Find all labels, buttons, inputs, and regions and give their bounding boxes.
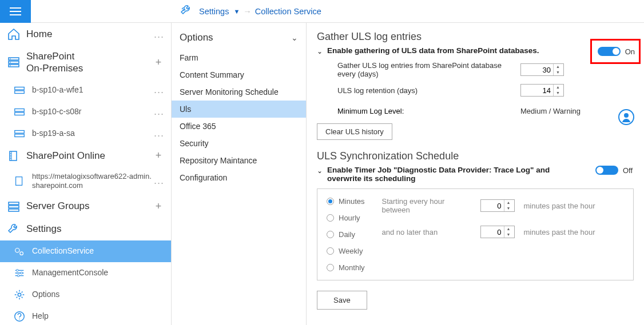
- server-groups-icon: [6, 199, 22, 213]
- hamburger-menu[interactable]: [0, 0, 31, 23]
- svg-point-17: [15, 248, 19, 252]
- svg-rect-6: [15, 87, 25, 90]
- svg-rect-10: [15, 130, 25, 133]
- sched-start-spinner[interactable]: ▲▼: [480, 199, 515, 212]
- sidebar-server-2[interactable]: b-sp10-c-s08r ...: [0, 101, 171, 123]
- clear-uls-button[interactable]: Clear ULS history: [317, 123, 392, 140]
- option-repository[interactable]: Repository Maintance: [172, 152, 306, 169]
- server-icon: [11, 106, 27, 118]
- chevron-down-icon[interactable]: ⌄: [291, 33, 298, 42]
- gears-icon: [11, 245, 27, 258]
- breadcrumb-current: Collection Service: [255, 7, 321, 16]
- sched-start-input[interactable]: [481, 202, 504, 210]
- bell-person-icon[interactable]: [618, 109, 635, 128]
- sidebar-item-settings[interactable]: Settings: [0, 218, 171, 240]
- caret-down-icon[interactable]: ▼: [233, 8, 240, 15]
- schedule-box: Minutes Hourly Daily Weekly Monthly Star…: [317, 188, 634, 280]
- options-header: Options: [180, 32, 213, 43]
- svg-point-5: [10, 65, 11, 66]
- chevron-down-icon[interactable]: ⌄: [317, 47, 323, 55]
- spin-up-icon[interactable]: ▲: [554, 85, 562, 90]
- svg-point-3: [10, 58, 11, 59]
- svg-point-26: [624, 113, 629, 118]
- spin-up-icon[interactable]: ▲: [504, 226, 513, 232]
- save-button[interactable]: Save: [317, 291, 367, 310]
- svg-rect-16: [9, 209, 19, 211]
- gather-toggle[interactable]: [598, 47, 621, 56]
- wrench-icon: [6, 222, 22, 236]
- sidebar-item-sp-online[interactable]: SharePoint Online +: [0, 145, 171, 167]
- option-configuration[interactable]: Configuration: [172, 169, 306, 186]
- sidebar-server-1[interactable]: b-sp10-a-wfe1 ...: [0, 79, 171, 101]
- content-area: Gather ULS log entries ⌄ Enable gatherin…: [307, 23, 644, 325]
- toggle-on-label: On: [625, 47, 635, 56]
- svg-rect-14: [9, 202, 19, 204]
- add-icon[interactable]: +: [153, 150, 164, 162]
- sync-toggle[interactable]: [595, 166, 618, 175]
- more-icon[interactable]: ...: [154, 106, 164, 118]
- sidebar-item-server-groups[interactable]: Server Groups +: [0, 195, 171, 218]
- option-farm[interactable]: Farm: [172, 49, 306, 66]
- sidebar-server-3[interactable]: b-sp19-a-sa ...: [0, 123, 171, 145]
- sidebar-item-help[interactable]: Help: [0, 306, 171, 325]
- sync-enable-label: Enable Timer Job "Diagnostic Data Provid…: [327, 166, 567, 183]
- svg-point-20: [21, 272, 23, 274]
- sidebar-item-collection-service[interactable]: CollectionService: [0, 240, 171, 262]
- breadcrumb: Settings ▼ → Collection Service: [31, 3, 321, 19]
- radio-hourly[interactable]: Hourly: [327, 214, 365, 222]
- option-security[interactable]: Security: [172, 135, 306, 152]
- sidebar-item-home[interactable]: Home ...: [0, 23, 171, 46]
- server-icon: [11, 127, 27, 140]
- radio-weekly[interactable]: Weekly: [327, 247, 365, 255]
- radio-minutes[interactable]: Minutes: [327, 197, 365, 206]
- sched-suffix: minutes past the hour: [524, 202, 595, 210]
- sched-end-spinner[interactable]: ▲▼: [480, 226, 515, 238]
- spin-up-icon[interactable]: ▲: [554, 64, 562, 70]
- radio-daily[interactable]: Daily: [327, 230, 365, 239]
- more-icon[interactable]: ...: [154, 175, 164, 187]
- server-icon: [11, 84, 27, 97]
- spin-up-icon[interactable]: ▲: [504, 200, 513, 206]
- spin-down-icon[interactable]: ▼: [504, 206, 513, 211]
- more-icon[interactable]: ...: [154, 84, 164, 96]
- spin-down-icon[interactable]: ▼: [554, 70, 562, 75]
- add-icon[interactable]: +: [153, 200, 164, 212]
- retention-spinner[interactable]: ▲▼: [520, 84, 564, 97]
- option-server-monitoring[interactable]: Server Monitoring Schedule: [172, 83, 306, 101]
- radio-monthly[interactable]: Monthly: [327, 263, 365, 272]
- home-icon: [6, 27, 22, 41]
- svg-rect-13: [16, 176, 22, 185]
- sched-suffix-2: minutes past the hour: [524, 228, 595, 236]
- option-uls[interactable]: Uls: [172, 101, 306, 118]
- sched-end-label: and no later than: [382, 228, 474, 236]
- chevron-down-icon[interactable]: ⌄: [317, 167, 323, 175]
- svg-point-21: [17, 275, 19, 277]
- svg-point-24: [19, 319, 19, 319]
- gather-every-label: Gather ULS log entries from SharePoint d…: [337, 61, 520, 78]
- cloud-icon: [6, 149, 22, 163]
- site-icon: [11, 175, 27, 187]
- toggle-off-label: Off: [623, 166, 633, 175]
- sidebar-item-options[interactable]: Options: [0, 284, 171, 306]
- svg-point-18: [20, 252, 23, 255]
- gather-enable-label: Enable gathering of ULS data from ShareP…: [327, 46, 539, 55]
- add-icon[interactable]: +: [153, 57, 164, 69]
- svg-rect-11: [15, 134, 25, 137]
- retention-input[interactable]: [521, 86, 553, 95]
- spin-down-icon[interactable]: ▼: [554, 90, 562, 96]
- gather-every-input[interactable]: [521, 66, 553, 74]
- svg-rect-15: [9, 206, 19, 208]
- breadcrumb-settings[interactable]: Settings: [199, 7, 229, 16]
- more-icon[interactable]: ...: [154, 29, 164, 41]
- more-icon[interactable]: ...: [154, 127, 164, 139]
- sched-end-input[interactable]: [481, 228, 504, 236]
- gather-every-spinner[interactable]: ▲▼: [520, 63, 564, 76]
- sidebar-item-sp-onprem[interactable]: SharePoint On-Premises +: [0, 46, 171, 79]
- option-content-summary[interactable]: Content Summary: [172, 66, 306, 83]
- sidebar-online-url[interactable]: https://metalogixsoftware622-admin.share…: [0, 167, 171, 195]
- spin-down-icon[interactable]: ▼: [504, 232, 513, 238]
- sidebar-item-mgmt-console[interactable]: ManagementConsole: [0, 262, 171, 284]
- svg-rect-8: [15, 109, 25, 111]
- svg-rect-9: [15, 112, 25, 115]
- option-office365[interactable]: Office 365: [172, 118, 306, 135]
